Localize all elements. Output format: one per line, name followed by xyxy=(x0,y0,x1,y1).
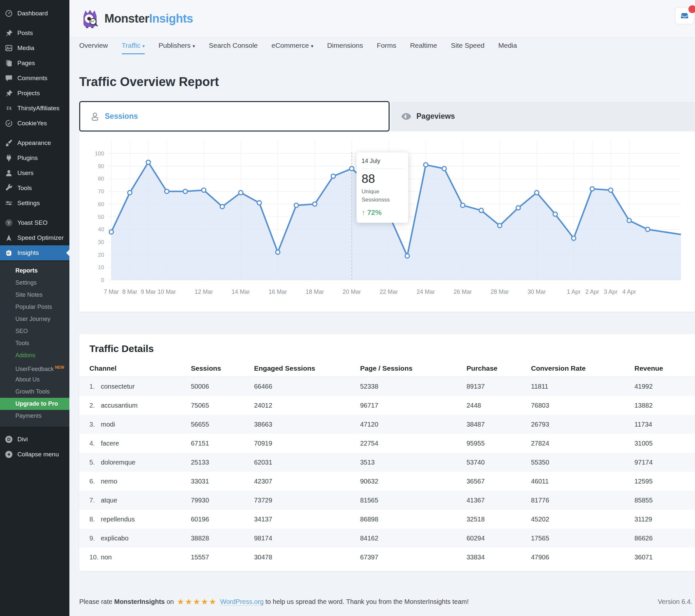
nav-tab-traffic[interactable]: Traffic▾ xyxy=(122,38,145,54)
sidebar-item-posts[interactable]: Posts xyxy=(0,25,69,40)
chart-dot[interactable] xyxy=(609,188,613,192)
nav-tab-search-console[interactable]: Search Console xyxy=(209,38,258,54)
chart-dot[interactable] xyxy=(239,190,243,195)
chart-dot[interactable] xyxy=(165,189,169,194)
nav-tab-forms[interactable]: Forms xyxy=(377,38,396,54)
new-badge: NEW xyxy=(55,365,64,370)
chart-dot[interactable] xyxy=(220,205,224,209)
chart-dot[interactable] xyxy=(183,189,188,194)
chart-dot[interactable] xyxy=(572,236,576,241)
chart-dot[interactable] xyxy=(405,254,409,258)
submenu-item-label: Upgrade to Pro xyxy=(15,400,58,407)
sidebar-item-dashboard[interactable]: Dashboard xyxy=(0,6,69,21)
nav-tab-media[interactable]: Media xyxy=(498,38,517,54)
chart-dot[interactable] xyxy=(146,160,151,164)
svg-text:24 Mar: 24 Mar xyxy=(417,288,435,295)
table-cell: 38663 xyxy=(254,421,360,428)
chart-dot[interactable] xyxy=(535,190,539,195)
table-cell: 97174 xyxy=(634,459,695,466)
table-cell: 46011 xyxy=(531,478,634,485)
tab-sessions[interactable]: Sessions xyxy=(79,101,390,131)
chart-dot[interactable] xyxy=(276,250,280,254)
nav-tab-overview[interactable]: Overview xyxy=(79,38,108,54)
chart-dot[interactable] xyxy=(294,203,299,207)
chart-dot[interactable] xyxy=(461,203,465,207)
chart-dot[interactable] xyxy=(479,208,484,213)
chart-dot[interactable] xyxy=(646,227,650,232)
sidebar-item-tools[interactable]: Tools xyxy=(0,180,69,196)
table-cell: 11811 xyxy=(531,383,634,390)
table-cell: 55350 xyxy=(531,459,634,466)
sidebar-item-comments[interactable]: Comments xyxy=(0,71,69,86)
notifications-inbox-button[interactable] xyxy=(675,7,694,24)
sidebar-item-settings[interactable]: Settings xyxy=(0,196,69,211)
table-row-facere: 4.facere671517091922754959552782431005 xyxy=(79,434,695,453)
nav-tab-dimensions[interactable]: Dimensions xyxy=(327,38,363,54)
sidebar-item-cookieyes[interactable]: CookieYes xyxy=(0,116,69,131)
chart-dot[interactable] xyxy=(590,187,594,191)
table-row-accusantium: 2.accusantium750652401296717244876803138… xyxy=(79,396,695,415)
sidebar-item-thirstyaffiliates[interactable]: TAThirstyAffiliates xyxy=(0,101,69,116)
footer: Please rate MonsterInsights on ★★★★★ Wor… xyxy=(79,597,695,606)
submenu-item-user-journey[interactable]: User Journey xyxy=(0,313,69,325)
chart-dot[interactable] xyxy=(109,230,114,234)
submenu-item-tools[interactable]: Tools xyxy=(0,337,69,349)
row-rank: 4. xyxy=(89,440,101,447)
submenu-item-reports[interactable]: Reports xyxy=(0,265,69,277)
sidebar-item-label: ThirstyAffiliates xyxy=(17,105,59,112)
sidebar-item-media[interactable]: Media xyxy=(0,40,69,56)
sidebar-item-users[interactable]: Users xyxy=(0,165,69,180)
submenu-item-about-us[interactable]: About Us xyxy=(0,374,69,386)
admin-sidebar: DashboardPostsMediaPagesCommentsProjects… xyxy=(0,0,69,616)
chart-dot[interactable] xyxy=(516,206,521,210)
sidebar-item-speed-optimizer[interactable]: Speed Optimizer xyxy=(0,230,69,245)
chevron-down-icon: ▾ xyxy=(192,43,195,49)
chart-dot[interactable] xyxy=(128,190,132,195)
submenu-item-settings[interactable]: Settings xyxy=(0,277,69,289)
chart-dot[interactable] xyxy=(424,163,428,167)
sidebar-item-collapse-menu[interactable]: Collapse menu xyxy=(0,447,69,462)
submenu-item-popular-posts[interactable]: Popular Posts xyxy=(0,301,69,313)
submenu-item-seo[interactable]: SEO xyxy=(0,325,69,337)
submenu-item-addons[interactable]: Addons xyxy=(0,349,69,362)
sidebar-bottom: DDiviCollapse menu xyxy=(0,427,69,462)
sidebar-item-plugins[interactable]: Plugins xyxy=(0,151,69,165)
submenu-item-payments[interactable]: Payments xyxy=(0,410,69,422)
chart-dot[interactable] xyxy=(497,224,502,228)
chart-dot[interactable] xyxy=(331,174,336,178)
submenu-item-upgrade-to-pro[interactable]: Upgrade to Pro xyxy=(0,398,69,410)
sidebar-item-label: Plugins xyxy=(17,154,38,162)
nav-tab-ecommerce[interactable]: eCommerce▾ xyxy=(271,38,313,54)
submenu-item-site-notes[interactable]: Site Notes xyxy=(0,289,69,301)
nav-tab-site-speed[interactable]: Site Speed xyxy=(451,38,485,54)
table-header-row: ChannelSessionsEngaged SessionsPage / Se… xyxy=(79,360,695,377)
svg-text:8 Mar: 8 Mar xyxy=(122,288,137,295)
chart-dot[interactable] xyxy=(350,166,354,171)
wordpress-org-link[interactable]: WordPress.org xyxy=(220,598,264,605)
chart-dot[interactable] xyxy=(202,188,206,192)
sidebar-item-yoast-seo[interactable]: YYoast SEO xyxy=(0,215,69,230)
table-cell: 70919 xyxy=(254,440,360,447)
submenu-item-userfeedback[interactable]: UserFeedbackNEW xyxy=(0,362,69,374)
yoast-icon: Y xyxy=(4,218,13,227)
table-cell: 26793 xyxy=(531,421,634,428)
submenu-item-growth-tools[interactable]: Growth Tools xyxy=(0,386,69,398)
sidebar-item-insights[interactable]: Insights xyxy=(0,245,69,260)
tab-pageviews[interactable]: Pageviews xyxy=(391,102,695,131)
svg-text:20 Mar: 20 Mar xyxy=(342,288,361,295)
table-cell: 25133 xyxy=(191,459,254,466)
chart-dot[interactable] xyxy=(312,202,317,206)
chart-dot[interactable] xyxy=(257,200,261,205)
sidebar-item-divi[interactable]: DDivi xyxy=(0,432,69,447)
sidebar-item-appearance[interactable]: Appearance xyxy=(0,136,69,151)
chart-dot[interactable] xyxy=(442,166,446,171)
submenu-item-label: About Us xyxy=(15,376,39,383)
nav-tab-publishers[interactable]: Publishers▾ xyxy=(158,38,195,54)
tooltip-divider xyxy=(362,169,404,169)
sidebar-item-projects[interactable]: Projects xyxy=(0,86,69,101)
nav-tab-realtime[interactable]: Realtime xyxy=(410,38,437,54)
sidebar-item-pages[interactable]: Pages xyxy=(0,56,69,71)
chart-dot[interactable] xyxy=(553,212,558,216)
chart-dot[interactable] xyxy=(627,218,631,223)
table-cell: 79930 xyxy=(191,497,254,504)
